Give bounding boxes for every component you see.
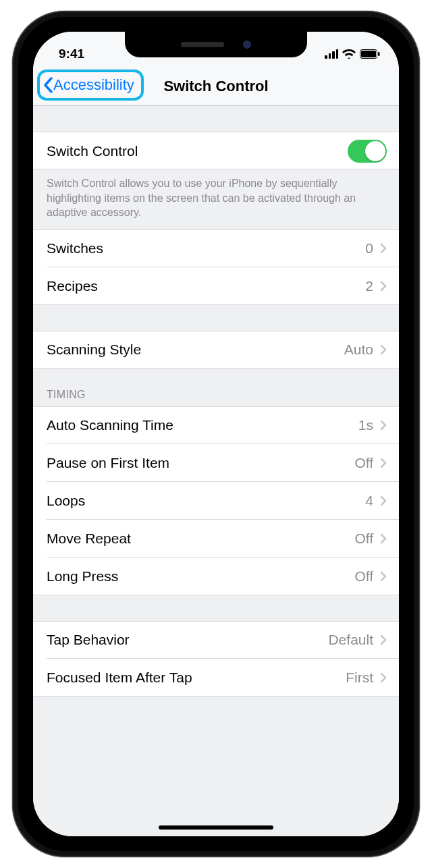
chevron-right-icon xyxy=(380,281,387,292)
home-indicator[interactable] xyxy=(159,825,273,830)
auto-scanning-time-row[interactable]: Auto Scanning Time 1s xyxy=(33,406,399,444)
cell-value: Off xyxy=(354,568,373,585)
cell-label: Scanning Style xyxy=(47,342,344,358)
chevron-right-icon xyxy=(380,571,387,582)
status-time: 9:41 xyxy=(59,47,84,61)
chevron-left-icon xyxy=(43,77,53,93)
switch-control-description: Switch Control allows you to use your iP… xyxy=(33,169,399,229)
svg-rect-2 xyxy=(378,52,380,56)
cell-value: Auto xyxy=(344,342,373,358)
cell-value: 2 xyxy=(365,278,373,294)
cell-value: Off xyxy=(354,455,373,471)
cellular-icon xyxy=(325,49,338,59)
switch-control-toggle-row[interactable]: Switch Control xyxy=(33,132,399,169)
speaker-grille xyxy=(181,42,224,47)
chevron-right-icon xyxy=(380,420,387,431)
cell-label: Recipes xyxy=(47,278,365,294)
chevron-right-icon xyxy=(380,243,387,254)
chevron-right-icon xyxy=(380,672,387,683)
cell-label: Pause on First Item xyxy=(47,455,354,471)
screen: 9:41 Switch Control xyxy=(33,32,399,836)
chevron-right-icon xyxy=(380,458,387,468)
svg-rect-1 xyxy=(361,51,376,57)
pause-first-item-row[interactable]: Pause on First Item Off xyxy=(33,444,399,482)
cell-value: 1s xyxy=(358,417,373,433)
cell-value: 4 xyxy=(365,493,373,509)
recipes-row[interactable]: Recipes 2 xyxy=(33,267,399,305)
chevron-right-icon xyxy=(380,533,387,544)
cell-label: Auto Scanning Time xyxy=(47,417,358,433)
cell-value: Default xyxy=(328,632,373,648)
loops-row[interactable]: Loops 4 xyxy=(33,482,399,520)
chevron-right-icon xyxy=(380,495,387,506)
front-camera xyxy=(243,40,251,49)
notch xyxy=(125,32,307,57)
wifi-icon xyxy=(342,49,356,59)
tap-behavior-row[interactable]: Tap Behavior Default xyxy=(33,621,399,659)
cell-label: Long Press xyxy=(47,568,354,585)
move-repeat-row[interactable]: Move Repeat Off xyxy=(33,520,399,558)
focused-item-after-tap-row[interactable]: Focused Item After Tap First xyxy=(33,659,399,697)
settings-content[interactable]: Switch Control Switch Control allows you… xyxy=(33,106,399,836)
switches-row[interactable]: Switches 0 xyxy=(33,229,399,267)
cell-label: Tap Behavior xyxy=(47,632,328,648)
battery-icon xyxy=(360,49,380,59)
cell-label: Focused Item After Tap xyxy=(47,670,346,686)
scanning-style-row[interactable]: Scanning Style Auto xyxy=(33,331,399,369)
cell-value: Off xyxy=(354,531,373,547)
cell-label: Move Repeat xyxy=(47,531,354,547)
timing-header: TIMING xyxy=(33,369,399,406)
back-button[interactable]: Accessibility xyxy=(37,70,144,101)
cell-label: Switches xyxy=(47,240,365,256)
navigation-bar: Switch Control Accessibility xyxy=(33,67,399,106)
back-label: Accessibility xyxy=(53,76,134,94)
cell-label: Switch Control xyxy=(47,143,348,159)
switch-control-toggle[interactable] xyxy=(348,140,387,163)
chevron-right-icon xyxy=(380,344,387,355)
long-press-row[interactable]: Long Press Off xyxy=(33,558,399,595)
phone-frame: 9:41 Switch Control xyxy=(12,11,420,857)
cell-value: First xyxy=(346,670,373,686)
chevron-right-icon xyxy=(380,634,387,645)
cell-label: Loops xyxy=(47,493,365,509)
cell-value: 0 xyxy=(365,240,373,256)
